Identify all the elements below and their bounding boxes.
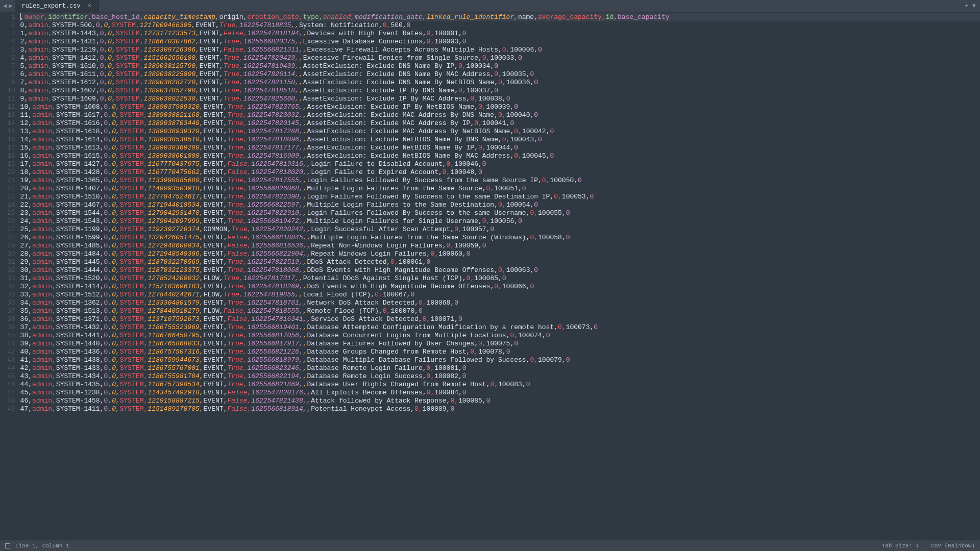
csv-data-row: 47,admin,SYSTEM-1411,0,0,SYSTEM,11514892… [20,405,980,413]
csv-data-row: 34,admin,SYSTEM-1362,0,0,SYSTEM,11333048… [20,299,980,307]
csv-data-row: 45,admin,SYSTEM-1238,0,0,SYSTEM,11434574… [20,389,980,397]
csv-data-row: 23,admin,SYSTEM-1544,0,0,SYSTEM,12790429… [20,209,980,217]
csv-data-row: 42,admin,SYSTEM-1433,0,0,SYSTEM,11867557… [20,364,980,372]
csv-data-row: 9,admin,SYSTEM-1609,0,0,SYSTEM,138903802… [20,95,980,103]
csv-data-row: 15,admin,SYSTEM-1613,0,0,SYSTEM,13890383… [20,144,980,152]
nav-arrows: ◀ ▶ [0,2,15,10]
csv-data-row: 22,admin,SYSTEM-1467,0,0,SYSTEM,12719440… [20,201,980,209]
csv-data-row: 26,admin,SYSTEM-1599,0,0,SYSTEM,13204260… [20,234,980,242]
csv-data-row: 8,admin,SYSTEM-1607,0,0,SYSTEM,138903785… [20,87,980,95]
csv-data-row: 4,admin,SYSTEM-1412,0,0,SYSTEM,115166265… [20,54,980,62]
csv-data-row: 16,admin,SYSTEM-1615,0,0,SYSTEM,13890386… [20,152,980,160]
csv-data-row: 5,admin,SYSTEM-1610,0,0,SYSTEM,138903812… [20,62,980,70]
csv-data-row: 35,admin,SYSTEM-1513,0,0,SYSTEM,12784405… [20,307,980,315]
csv-data-row: 28,admin,SYSTEM-1484,0,0,SYSTEM,12729485… [20,250,980,258]
line-number-gutter: 1234567891011121314151617181920212223242… [0,12,20,540]
cursor-position[interactable]: Line 1, Column 1 [15,543,69,549]
csv-data-row: 19,admin,SYSTEM-1365,0,0,SYSTEM,11339988… [20,177,980,185]
csv-data-row: 21,admin,SYSTEM-1510,0,0,SYSTEM,12778475… [20,193,980,201]
csv-data-row: 1,admin,SYSTEM-1443,0,0,SYSTEM,127317123… [20,30,980,38]
plus-icon[interactable]: + [965,3,968,10]
close-icon[interactable]: × [88,2,92,10]
csv-data-row: 0,admin,SYSTEM-500,0,0,SYSTEM,1217009466… [20,21,980,30]
csv-data-row: 44,admin,SYSTEM-1435,0,0,SYSTEM,11867573… [20,381,980,389]
csv-data-row: 31,admin,SYSTEM-1520,0,0,SYSTEM,12785242… [20,274,980,283]
csv-data-row: 33,admin,SYSTEM-1512,0,0,SYSTEM,12784402… [20,291,980,299]
csv-data-row: 10,admin,SYSTEM-1608,0,0,SYSTEM,13890379… [20,103,980,111]
csv-data-row: 13,admin,SYSTEM-1618,0,0,SYSTEM,13890389… [20,128,980,136]
nav-forward-icon[interactable]: ▶ [9,2,12,10]
csv-data-row: 3,admin,SYSTEM-1219,0,0,SYSTEM,113330972… [20,46,980,54]
editor-area[interactable]: 1234567891011121314151617181920212223242… [0,12,980,540]
csv-data-row: 17,admin,SYSTEM-1427,0,0,SYSTEM,11677704… [20,160,980,168]
csv-data-row: 30,admin,SYSTEM-1444,0,0,SYSTEM,11870321… [20,266,980,274]
csv-data-row: 12,admin,SYSTEM-1616,0,0,SYSTEM,13890387… [20,119,980,128]
csv-data-row: 41,admin,SYSTEM-1438,0,0,SYSTEM,11867599… [20,356,980,364]
csv-data-row: 24,admin,SYSTEM-1543,0,0,SYSTEM,12790420… [20,217,980,226]
csv-data-row: 25,admin,SYSTEM-1199,0,0,SYSTEM,11923927… [20,226,980,234]
title-bar: ◀ ▶ rules_export.csv × + ▼ [0,0,980,12]
nav-back-icon[interactable]: ◀ [3,2,7,10]
csv-data-row: 18,admin,SYSTEM-1428,0,0,SYSTEM,11677704… [20,168,980,177]
code-content[interactable]: ,owner,identifier,base_host_id,capacity_… [20,12,980,540]
csv-data-row: 43,admin,SYSTEM-1434,0,0,SYSTEM,11867559… [20,372,980,381]
csv-data-row: 39,admin,SYSTEM-1440,0,0,SYSTEM,11867658… [20,340,980,348]
csv-data-row: 7,admin,SYSTEM-1612,0,0,SYSTEM,138903828… [20,79,980,87]
csv-data-row: 38,admin,SYSTEM-1441,0,0,SYSTEM,11867664… [20,332,980,340]
csv-data-row: 46,admin,SYSTEM-1458,0,0,SYSTEM,12191588… [20,397,980,405]
window-controls: + ▼ [965,3,980,10]
csv-data-row: 27,admin,SYSTEM-1485,0,0,SYSTEM,12729486… [20,242,980,250]
csv-data-row: 6,admin,SYSTEM-1611,0,0,SYSTEM,138903822… [20,70,980,79]
status-panel-icon[interactable] [5,543,10,548]
tab-size-indicator[interactable]: Tab Size: 4 [882,543,919,549]
csv-data-row: 29,admin,SYSTEM-1445,0,0,SYSTEM,11870322… [20,258,980,266]
status-bar: Line 1, Column 1 Tab Size: 4 CSV (Rainbo… [0,540,980,551]
file-tab[interactable]: rules_export.csv × [15,0,98,12]
csv-data-row: 36,admin,SYSTEM-1371,0,0,SYSTEM,11371075… [20,315,980,323]
csv-data-row: 37,admin,SYSTEM-1432,0,0,SYSTEM,11867555… [20,323,980,332]
tab-filename: rules_export.csv [21,3,80,10]
csv-header-row: ,owner,identifier,base_host_id,capacity_… [20,13,980,21]
csv-data-row: 20,admin,SYSTEM-1407,0,0,SYSTEM,11490935… [20,185,980,193]
csv-data-row: 11,admin,SYSTEM-1617,0,0,SYSTEM,13890388… [20,111,980,119]
syntax-indicator[interactable]: CSV (Rainbow) [931,543,975,549]
csv-data-row: 14,admin,SYSTEM-1614,0,0,SYSTEM,13890385… [20,136,980,144]
dropdown-icon[interactable]: ▼ [972,3,976,10]
csv-data-row: 40,admin,SYSTEM-1436,0,0,SYSTEM,11867575… [20,348,980,356]
csv-data-row: 32,admin,SYSTEM-1414,0,0,SYSTEM,11521836… [20,283,980,291]
csv-data-row: 2,admin,SYSTEM-1431,0,0,SYSTEM,118667030… [20,38,980,46]
